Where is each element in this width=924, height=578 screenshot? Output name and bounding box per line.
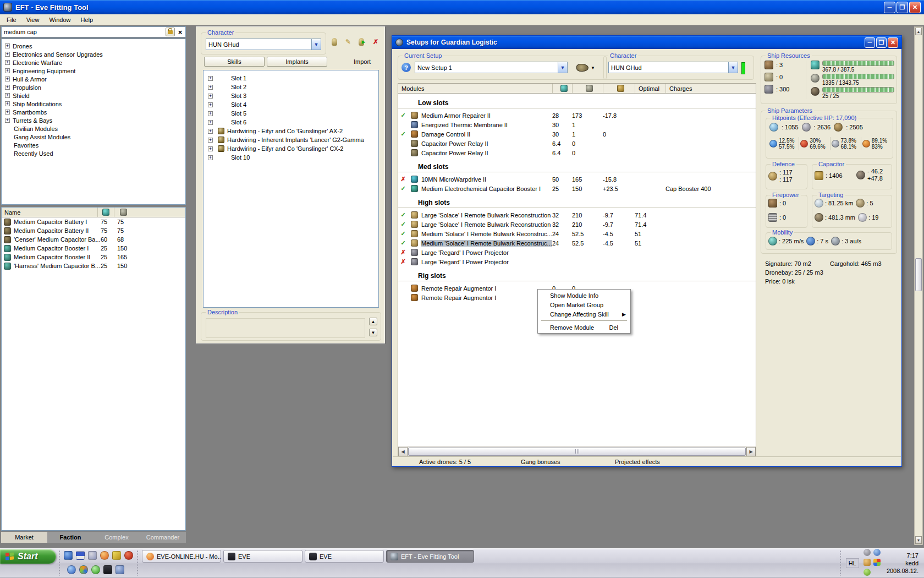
scroll-left-icon[interactable]: ◀ — [398, 447, 408, 456]
quicklaunch-mail-icon[interactable] — [64, 551, 73, 560]
tree-item[interactable]: Recently Used — [5, 149, 185, 157]
cpu-column-icon[interactable] — [552, 84, 572, 93]
setups-titlebar[interactable]: Setups for Guardian Logistic ─ ❐ ✕ — [392, 36, 901, 49]
scroll-up-icon[interactable]: ▲ — [915, 28, 922, 35]
character-delete-button[interactable]: ✗ — [371, 37, 381, 47]
expand-icon[interactable]: + — [208, 111, 213, 116]
menu-item-change-affecting-skill[interactable]: Change Affecting Skill▶ — [538, 309, 630, 319]
vertical-scrollbar[interactable]: ▲ ▼ — [914, 26, 923, 545]
module-row[interactable]: ✓Medium Armor Repairer II28173-17.8 — [398, 111, 756, 120]
expand-icon[interactable]: + — [208, 129, 213, 134]
expand-icon[interactable]: + — [5, 85, 10, 90]
module-row[interactable]: ✓Medium 'Solace' I Remote Bulwark Recons… — [398, 238, 756, 248]
module-row[interactable]: ✓Large 'Solace' I Remote Bulwark Reconst… — [398, 220, 756, 229]
tree-item[interactable]: Gang Assist Modules — [5, 133, 185, 141]
results-header[interactable]: Name — [2, 208, 185, 217]
tree-item[interactable]: +Engineering Equipment — [5, 67, 185, 75]
scroll-up-icon[interactable]: ▲ — [369, 318, 377, 325]
menu-item-remove-module[interactable]: Remove ModuleDel — [538, 323, 630, 332]
character-import-button[interactable]: ▶ — [357, 37, 367, 47]
search-input[interactable]: medium cap — [2, 29, 166, 35]
module-row[interactable]: ✗Large 'Regard' I Power Projector — [398, 257, 756, 266]
quicklaunch-eve-icon[interactable] — [103, 565, 112, 574]
tree-item[interactable]: +Turrets & Bays — [5, 116, 185, 124]
taskbar-button-4[interactable]: EFT - Eve Fitting Tool — [386, 550, 474, 563]
tray-nvidia-icon[interactable] — [864, 569, 871, 576]
minimize-button[interactable]: ─ — [884, 2, 895, 13]
taskbar-button-2[interactable]: EVE — [223, 550, 302, 563]
quicklaunch-x-icon[interactable] — [116, 565, 124, 574]
expand-icon[interactable]: + — [208, 146, 213, 151]
character-edit-button[interactable]: ✎ — [343, 37, 353, 47]
table-row[interactable]: Medium Capacitor Battery II7575 — [2, 226, 185, 235]
ship-menu-button[interactable]: ▼ — [572, 61, 600, 75]
results-name-header[interactable]: Name — [2, 208, 98, 217]
expand-icon[interactable]: + — [5, 43, 10, 48]
tree-item[interactable]: +Smartbombs — [5, 108, 185, 116]
expand-icon[interactable]: + — [5, 52, 10, 57]
taskbar-button-1[interactable]: EVE-ONLINE.HU - Mo... — [142, 550, 221, 563]
tray-volume-icon[interactable] — [864, 559, 871, 566]
close-button[interactable]: ✕ — [909, 2, 921, 13]
quicklaunch-mediaplayer-icon[interactable] — [79, 565, 88, 574]
expand-icon[interactable]: + — [5, 60, 10, 65]
scroll-down-icon[interactable]: ▼ — [369, 329, 377, 336]
implant-item[interactable]: +Slot 2 — [208, 83, 378, 91]
taskbar-divider[interactable] — [58, 550, 61, 576]
chevron-down-icon[interactable]: ▼ — [558, 62, 567, 73]
tab-market[interactable]: Market — [1, 532, 47, 543]
quicklaunch-tool-icon[interactable] — [112, 551, 121, 560]
menu-item-help[interactable]: Help — [76, 15, 98, 24]
help-icon[interactable]: ? — [402, 63, 411, 72]
module-row[interactable]: ✓Medium Electrochemical Capacitor Booste… — [398, 184, 756, 193]
menu-item-view[interactable]: View — [22, 15, 44, 24]
search-lock-button[interactable] — [166, 28, 175, 36]
clock[interactable]: 7:17 kedd 2008.08.12. — [887, 552, 924, 575]
menu-item-file[interactable]: File — [2, 15, 21, 24]
module-row[interactable]: ✓Large 'Solace' I Remote Bulwark Reconst… — [398, 210, 756, 220]
tray-update-icon[interactable] — [873, 549, 881, 556]
capacitor-column-icon[interactable] — [603, 84, 635, 93]
expand-icon[interactable]: + — [208, 85, 213, 90]
search-clear-button[interactable]: × — [175, 28, 185, 36]
tree-item[interactable]: +Propulsion — [5, 83, 185, 91]
scroll-down-icon[interactable]: ▼ — [915, 536, 922, 544]
setups-character-select[interactable]: HUN GHud▼ — [608, 62, 738, 73]
character-select[interactable]: HUN GHud▼ — [206, 39, 321, 50]
taskbar-button-3[interactable]: EVE — [305, 550, 384, 563]
expand-icon[interactable]: + — [5, 118, 10, 123]
tree-item[interactable]: +Drones — [5, 42, 185, 50]
module-row[interactable]: Capacitor Power Relay II6.40 — [398, 139, 756, 148]
expand-icon[interactable]: + — [208, 76, 213, 81]
setups-maximize-button[interactable]: ❐ — [876, 37, 887, 48]
tree-item[interactable]: +Ship Modifications — [5, 100, 185, 108]
character-update-button[interactable] — [329, 37, 339, 47]
expand-icon[interactable]: + — [208, 120, 213, 125]
module-row[interactable]: ✓Damage Control II3010 — [398, 129, 756, 139]
tab-faction[interactable]: Faction — [47, 532, 94, 543]
tab-commander[interactable]: Commander — [140, 532, 186, 543]
scroll-right-icon[interactable]: ▶ — [746, 447, 756, 456]
tab-complex[interactable]: Complex — [94, 532, 140, 543]
horizontal-scrollbar[interactable]: ◀ ▶ — [398, 446, 756, 456]
module-row[interactable]: ✗Large 'Regard' I Power Projector — [398, 248, 756, 257]
expand-icon[interactable]: + — [208, 102, 213, 107]
tree-item[interactable]: Favorites — [5, 141, 185, 149]
implant-item[interactable]: +Hardwiring - Inherent Implants 'Lancer'… — [208, 135, 378, 144]
implant-item[interactable]: +Slot 6 — [208, 118, 378, 127]
tree-item[interactable]: Civilian Modules — [5, 124, 185, 133]
table-row[interactable]: 'Harness' Medium Capacitor B...25150 — [2, 261, 185, 270]
expand-icon[interactable]: + — [5, 68, 10, 73]
modules-column-header[interactable]: Modules — [398, 84, 552, 93]
table-row[interactable]: 'Censer' Medium Capacitor Ba...6068 — [2, 235, 185, 244]
expand-icon[interactable]: + — [208, 138, 213, 143]
scrollbar-thumb[interactable] — [408, 448, 746, 456]
setups-minimize-button[interactable]: ─ — [865, 37, 875, 48]
expand-icon[interactable]: + — [208, 155, 213, 160]
menu-item-show-module-info[interactable]: Show Module Info — [538, 291, 630, 300]
cpu-column-icon[interactable] — [98, 208, 114, 217]
expand-icon[interactable]: + — [5, 77, 10, 81]
search-box[interactable]: medium cap × — [1, 26, 186, 37]
tab-skills[interactable]: Skills — [204, 57, 265, 67]
expand-icon[interactable]: + — [5, 101, 10, 106]
